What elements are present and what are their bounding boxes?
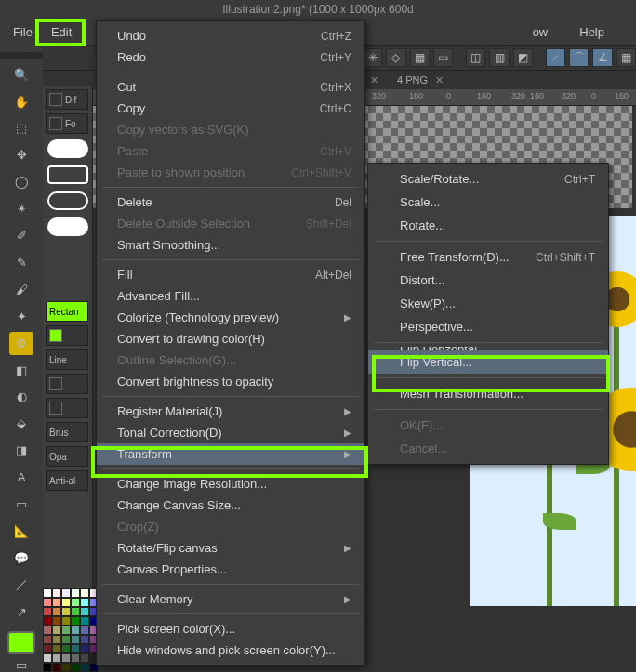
- menu-convert-drawing[interactable]: Convert to drawing color(H): [97, 328, 364, 349]
- ruler-tick: 160: [409, 91, 423, 100]
- menu-paste-shown[interactable]: Paste to shown positionCtrl+Shift+V: [97, 162, 364, 183]
- ruler-tool-icon[interactable]: 📐: [9, 520, 33, 543]
- menu-canvas-properties[interactable]: Canvas Properties...: [97, 559, 364, 580]
- menu-separator: [102, 72, 359, 72]
- tab-4png[interactable]: 4.PNG✕: [388, 71, 453, 89]
- ellipse-shape-preview[interactable]: [47, 139, 88, 158]
- menu-pick-screen-color[interactable]: Pick screen color(X)...: [97, 618, 364, 639]
- magnifier-tool-icon[interactable]: 🔍: [9, 63, 33, 86]
- submenu-distort[interactable]: Distort...: [368, 269, 608, 292]
- snap-icon-1[interactable]: ⟋: [546, 48, 565, 67]
- unknown-icon-2[interactable]: ▥: [489, 48, 509, 67]
- menu-clear-memory[interactable]: Clear Memory▶: [97, 588, 364, 610]
- menu-paste[interactable]: PasteCtrl+V: [97, 140, 364, 162]
- menu-redo[interactable]: RedoCtrl+Y: [97, 46, 364, 68]
- menu-shortcut: Ctrl+Shift+T: [536, 251, 595, 264]
- snap-icon-3[interactable]: ∠: [592, 48, 612, 67]
- loading-icon[interactable]: ✳: [363, 48, 382, 67]
- menu-window-fragment[interactable]: ow: [523, 21, 558, 43]
- speech-tool-icon[interactable]: 💬: [9, 547, 33, 570]
- pen-tool-icon[interactable]: ✎: [9, 251, 33, 274]
- frame-tool-icon[interactable]: ▭: [9, 493, 33, 516]
- submenu-free-transform[interactable]: Free Transform(D)...Ctrl+Shift+T: [368, 245, 608, 269]
- toggle-option-2[interactable]: [46, 398, 88, 418]
- submenu-perspective[interactable]: Perspective...: [368, 315, 608, 338]
- menu-register-material[interactable]: Register Material(J)▶: [97, 401, 364, 422]
- eyedropper-tool-icon[interactable]: ✐: [9, 224, 33, 247]
- submenu-scale-rotate[interactable]: Scale/Rotate...Ctrl+T: [368, 167, 608, 191]
- menu-hide-windows-pick[interactable]: Hide windows and pick screen color(Y)...: [97, 639, 364, 661]
- window-title: Illustration2.png* (1000 x 1000px 600d: [0, 0, 636, 19]
- eraser-tool-icon[interactable]: ◧: [9, 359, 33, 382]
- menu-help[interactable]: Help: [570, 21, 614, 43]
- rect-shape-preview[interactable]: [47, 165, 88, 184]
- line-option[interactable]: Line: [46, 349, 88, 370]
- toolbox-drag-handle[interactable]: [0, 52, 43, 59]
- spray-tool-icon[interactable]: ✦: [9, 305, 33, 328]
- submenu-flip-vertical[interactable]: Flip Vertical...: [368, 350, 608, 374]
- menu-fill[interactable]: FillAlt+Del: [97, 264, 364, 285]
- unknown-icon-1[interactable]: ◫: [466, 48, 485, 67]
- shape-tool-icon[interactable]: ⚙: [9, 332, 33, 355]
- close-icon[interactable]: ✕: [435, 74, 444, 86]
- fill-color-option[interactable]: [46, 325, 88, 346]
- ellipse-fill-preview[interactable]: [47, 217, 88, 236]
- menu-undo[interactable]: UndoCtrl+Z: [97, 25, 364, 46]
- menu-smart-smoothing[interactable]: Smart Smoothing...: [97, 234, 364, 256]
- opacity-option[interactable]: Opa: [46, 446, 88, 467]
- diamond-icon[interactable]: ◇: [386, 48, 405, 67]
- submenu-arrow-icon: ▶: [344, 428, 351, 438]
- swatch-toggle-icon[interactable]: ▭: [9, 658, 33, 672]
- menu-rotate-flip-canvas[interactable]: Rotate/Flip canvas▶: [97, 537, 364, 559]
- color-palette[interactable]: [43, 588, 99, 672]
- menu-file[interactable]: File: [4, 21, 42, 43]
- menu-convert-brightness[interactable]: Convert brightness to opacity: [97, 371, 364, 392]
- menu-edit[interactable]: Edit: [42, 21, 81, 43]
- grid-icon[interactable]: ▦: [410, 48, 430, 67]
- menu-copy[interactable]: CopyCtrl+C: [97, 98, 364, 119]
- submenu-rotate[interactable]: Rotate...: [368, 214, 608, 237]
- hand-tool-icon[interactable]: ✋: [9, 90, 33, 113]
- line-tool-icon[interactable]: ／: [9, 573, 33, 597]
- close-icon[interactable]: ✕: [370, 74, 378, 86]
- move-tool-icon[interactable]: ✥: [9, 143, 33, 166]
- ellipse-outline-preview[interactable]: [47, 191, 88, 210]
- diffuse-option[interactable]: Dif: [46, 89, 88, 110]
- menu-change-canvas-size[interactable]: Change Canvas Size...: [97, 494, 364, 516]
- menu-advanced-fill[interactable]: Advanced Fill...: [97, 285, 364, 307]
- menu-transform[interactable]: Transform▶: [97, 443, 364, 465]
- brush-tool-icon[interactable]: 🖌: [9, 278, 33, 301]
- box-icon[interactable]: ▭: [433, 48, 453, 67]
- menu-delete[interactable]: DeleteDel: [97, 191, 364, 213]
- menu-change-image-res[interactable]: Change Image Resolution...: [97, 473, 364, 494]
- lasso-tool-icon[interactable]: ◯: [9, 170, 33, 193]
- fo-option[interactable]: Fo: [46, 113, 88, 134]
- snap-icon-2[interactable]: ⌒: [569, 48, 589, 67]
- text-tool-icon[interactable]: A: [9, 466, 33, 489]
- submenu-flip-horizontal[interactable]: Flip Horizontal...: [368, 347, 608, 350]
- menu-label: Cancel...: [400, 441, 595, 455]
- menu-label: Delete: [117, 195, 335, 209]
- menu-cut[interactable]: CutCtrl+X: [97, 76, 364, 98]
- wand-tool-icon[interactable]: ✴: [9, 197, 33, 220]
- antialias-option[interactable]: Anti-al: [46, 470, 88, 491]
- correct-tool-icon[interactable]: ↗: [9, 600, 33, 624]
- rectangle-option[interactable]: Rectan: [46, 301, 88, 322]
- foreground-color-swatch[interactable]: [7, 631, 35, 654]
- submenu-skew[interactable]: Skew(P)...: [368, 292, 608, 315]
- gradient-tool-icon[interactable]: ◨: [9, 439, 33, 462]
- option-label: Opa: [49, 452, 67, 462]
- blend-tool-icon[interactable]: ◐: [9, 386, 33, 409]
- menu-shortcut: Ctrl+C: [320, 102, 351, 115]
- menu-colorize[interactable]: Colorize (Technology preview)▶: [97, 307, 364, 328]
- submenu-scale[interactable]: Scale...: [368, 191, 608, 214]
- submenu-mesh-transformation[interactable]: Mesh Transformation...: [368, 382, 608, 405]
- fill-tool-icon[interactable]: ⬙: [9, 412, 33, 435]
- grid-toggle-icon[interactable]: ▦: [616, 48, 636, 67]
- tab-label: 4.PNG: [397, 74, 428, 86]
- unknown-icon-3[interactable]: ◩: [513, 48, 533, 67]
- 3d-tool-icon[interactable]: ⬚: [9, 116, 33, 139]
- toggle-option-1[interactable]: [46, 374, 88, 394]
- menu-tonal-correction[interactable]: Tonal Correction(D)▶: [97, 422, 364, 443]
- brush-option[interactable]: Brus: [46, 422, 88, 442]
